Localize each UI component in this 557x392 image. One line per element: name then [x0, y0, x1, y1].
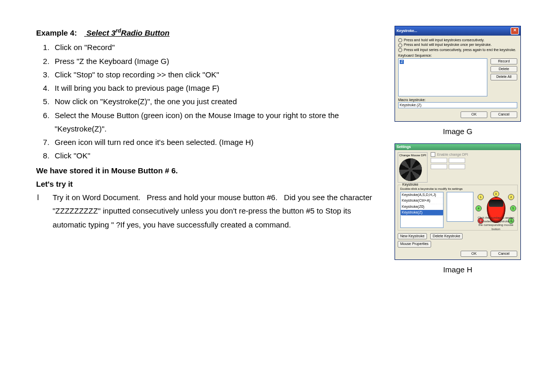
ok-button[interactable]: OK: [461, 111, 487, 118]
group-title: Keystroke: [401, 183, 419, 187]
dpi-tab: Change Mouse DPI: [399, 154, 426, 157]
step-item: It will bring you back to previous page …: [52, 81, 385, 95]
sequence-item: Z: [400, 60, 404, 64]
step-item: Press "Z the Keyboard (Image G): [52, 55, 385, 68]
step-item: Green icon will turn red once it's been …: [52, 136, 385, 149]
try-bullet: l: [36, 191, 53, 232]
new-keystroke-button[interactable]: New Keystroke: [398, 233, 427, 239]
radio-option[interactable]: Press and hold will input keystroke once…: [398, 43, 517, 47]
cancel-button[interactable]: Cancel: [490, 111, 517, 118]
mouse-button-2[interactable]: 2: [508, 194, 514, 200]
ok-button[interactable]: OK: [461, 251, 487, 257]
try-block: l Try it on Word Document. Press and hol…: [36, 191, 385, 232]
checkbox-icon: [431, 152, 435, 157]
stored-line: We have stored it in Mouse Button # 6.: [36, 164, 385, 177]
dpi-field[interactable]: [449, 164, 465, 169]
instruction-column: Example 4: Select 3rdRadio Button Click …: [36, 26, 385, 282]
keystroke-group: Keystroke Double-click a keystroke to mo…: [398, 185, 518, 231]
step-item: Select the Mouse Button (green icon) on …: [52, 109, 385, 136]
lets-try-heading: Let's try it: [36, 177, 385, 191]
group-hint: Double-click a keystroke to modify its s…: [400, 187, 515, 191]
dialog-g-titlebar: Keystroke... ✕: [395, 26, 520, 36]
delete-all-button[interactable]: Delete All: [490, 74, 517, 80]
caption-g: Image G: [395, 125, 521, 138]
delete-keystroke-button[interactable]: Delete Keystroke: [430, 233, 463, 239]
dialog-settings: Settings Change Mouse DPI Enable change …: [395, 143, 521, 260]
dialog-keystroke: Keystroke... ✕ Press and hold will input…: [395, 26, 521, 122]
mouse-diagram: 1 2 3 4 5 6 7 Click the number to assign…: [477, 192, 515, 228]
dpi-field[interactable]: [449, 158, 465, 163]
list-item[interactable]: Keystroke(Ctrl+A): [401, 198, 443, 204]
radio-option[interactable]: Press and hold will input keystrokes con…: [398, 38, 517, 42]
cancel-button[interactable]: Cancel: [490, 251, 517, 257]
caption-h: Image H: [395, 263, 521, 276]
try-text: Try it on Word Document. Press and hold …: [53, 191, 385, 232]
dpi-field[interactable]: [431, 164, 447, 169]
close-icon[interactable]: ✕: [511, 27, 519, 35]
dialog-g-title: Keystroke...: [397, 29, 417, 33]
record-button[interactable]: Record: [490, 58, 517, 64]
heading-prefix: Example 4:: [36, 26, 77, 40]
example-heading: Example 4: Select 3rdRadio Button: [36, 26, 385, 40]
mouse-button-3[interactable]: 3: [493, 191, 499, 197]
step-item: Click on "Record": [52, 41, 385, 54]
macro-label: Macro keystroke:: [398, 98, 517, 102]
delete-button[interactable]: Delete: [490, 66, 517, 72]
mouse-button-1[interactable]: 1: [478, 194, 484, 200]
mouse-button-5[interactable]: 5: [510, 205, 516, 211]
sequence-box[interactable]: Z: [398, 58, 487, 96]
dpi-field[interactable]: [431, 158, 447, 163]
step-item: Now click on "Keystroke(Z)", the one you…: [52, 95, 385, 108]
mouse-button-4[interactable]: 4: [476, 205, 482, 211]
dialog-h-titlebar: Settings: [395, 144, 520, 150]
step-item: Click "Stop" to stop recording >> then c…: [52, 68, 385, 81]
steps-list: Click on "Record" Press "Z the Keyboard …: [36, 41, 385, 162]
keystroke-list[interactable]: Keystroke(A,S,D,H,J) Keystroke(Ctrl+A) K…: [400, 192, 444, 228]
enable-dpi-row[interactable]: Enable change DPI: [431, 152, 518, 157]
mouse-properties-button[interactable]: Mouse Properties: [398, 241, 431, 247]
mouse-hint: Click the number to assign the selected …: [477, 216, 515, 231]
list-item[interactable]: Keystroke(A,S,D,H,J): [401, 192, 443, 198]
radio-option[interactable]: Press will input series consecutively, p…: [398, 48, 517, 52]
list-item-selected[interactable]: Keystroke(Z): [401, 210, 443, 216]
sequence-label: Keyboard Sequence:: [398, 54, 517, 58]
fan-icon: [399, 158, 422, 181]
list-item[interactable]: Keystroke(Z0): [401, 204, 443, 210]
keystroke-preview: [447, 192, 473, 222]
heading-title: Select 3rdRadio Button: [86, 28, 169, 37]
images-column: Keystroke... ✕ Press and hold will input…: [395, 26, 521, 282]
dialog-h-title: Settings: [397, 145, 411, 149]
macro-input[interactable]: Keystroke (Z): [398, 102, 517, 108]
step-item: Click "OK": [52, 149, 385, 162]
